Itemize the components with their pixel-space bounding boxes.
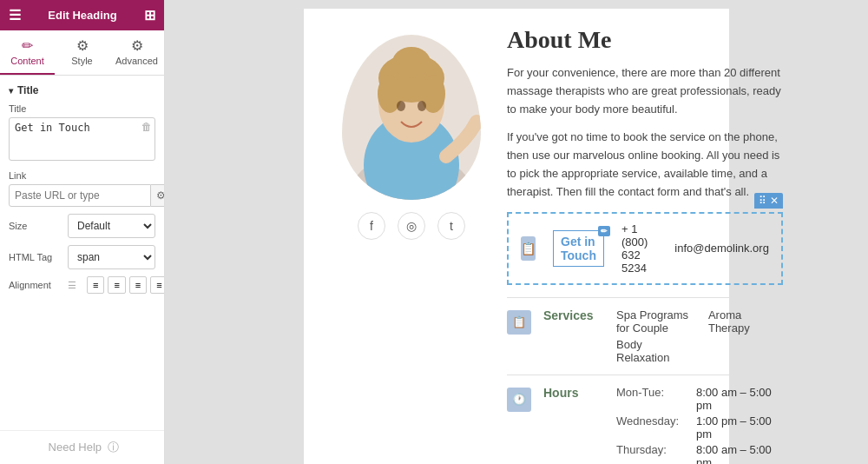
facebook-btn[interactable]: f (358, 212, 385, 240)
main-area: f ◎ t About Me For your convenience, the… (165, 0, 868, 464)
about-para-1: For your convenience, there are more tha… (507, 64, 783, 118)
title-section-arrow: ▾ (9, 86, 13, 96)
grid-icon[interactable]: ⊞ (144, 7, 155, 23)
tab-style-label: Style (71, 56, 92, 66)
service-item-3 (708, 338, 783, 364)
link-field-row: Link ⚙ 🗑 (9, 170, 155, 207)
contact-phone: + 1 (800) 632 5234 (621, 222, 657, 275)
services-grid: Spa Programs for Couple Aroma Therapy Bo… (616, 308, 783, 364)
svg-point-8 (418, 101, 426, 111)
right-column: About Me For your convenience, there are… (507, 26, 783, 464)
hours-time-2: 8:00 am – 5:00 pm (696, 443, 783, 464)
svg-point-6 (392, 47, 431, 78)
sidebar-header: ☰ Edit Heading ⊞ (0, 0, 164, 30)
instagram-btn[interactable]: ◎ (398, 212, 425, 240)
services-section: 📋 Services Spa Programs for Couple Aroma… (507, 297, 783, 375)
hours-day-2: Thursday: (616, 443, 679, 464)
tab-advanced[interactable]: ⚙ Advanced (109, 30, 164, 75)
sidebar-content: ▾ Title Title Get in Touch 🗑 Link ⚙ 🗑 Si… (0, 76, 164, 430)
hours-day-1: Wednesday: (616, 414, 679, 441)
svg-point-7 (397, 101, 405, 111)
services-icon: 📋 (507, 310, 531, 335)
twitter-btn[interactable]: t (437, 212, 465, 240)
title-field-label: Title (9, 103, 155, 114)
widget-move-icon[interactable]: ⠿ (759, 195, 766, 207)
link-settings-btn[interactable]: ⚙ (151, 184, 164, 207)
align-center-btn[interactable]: ≡ (108, 276, 125, 294)
social-icons: f ◎ t (358, 212, 465, 240)
canvas: f ◎ t About Me For your convenience, the… (304, 9, 729, 464)
alignment-icon: ☰ (68, 280, 76, 291)
hours-time-0: 8:00 am – 5:00 pm (696, 386, 783, 412)
alignment-buttons: ≡ ≡ ≡ ≡ (87, 276, 164, 294)
left-column: f ◎ t (325, 26, 498, 464)
contact-widget: 📋 Get in Touch ✏ + 1 (800) 632 5234 info… (507, 212, 783, 285)
need-help-section: Need Help ⓘ (0, 430, 164, 464)
menu-icon[interactable]: ☰ (9, 7, 21, 23)
widget-close-icon[interactable]: ✕ (770, 195, 779, 207)
title-section-label: Title (17, 84, 38, 96)
hours-section: 🕐 Hours Mon-Tue: 8:00 am – 5:00 pm Wedne… (507, 375, 783, 464)
contact-widget-container: ⠿ ✕ 📋 Get in Touch ✏ + 1 (800) 632 5234 … (507, 212, 783, 285)
tab-content[interactable]: ✏ Content (0, 30, 55, 75)
sidebar: ☰ Edit Heading ⊞ ✏ Content ⚙ Style ⚙ Adv… (0, 0, 165, 464)
get-in-touch-label: Get in Touch (561, 235, 596, 262)
service-item-1: Aroma Therapy (708, 308, 783, 335)
hours-grid: Mon-Tue: 8:00 am – 5:00 pm Wednesday: 1:… (616, 386, 783, 464)
hours-label: Hours (543, 386, 604, 400)
alignment-row-container: Alignment ☰ ≡ ≡ ≡ ≡ (9, 276, 155, 294)
size-row: Size Default Small Medium Large (9, 214, 155, 238)
size-label: Size (9, 221, 61, 231)
align-right-btn[interactable]: ≡ (129, 276, 147, 294)
size-select[interactable]: Default Small Medium Large (68, 214, 155, 238)
sidebar-title: Edit Heading (48, 9, 116, 22)
edit-pencil-icon[interactable]: ✏ (598, 226, 610, 236)
tab-content-label: Content (10, 56, 44, 66)
contact-row: 📋 Get in Touch ✏ + 1 (800) 632 5234 info… (509, 214, 781, 283)
link-input-group: ⚙ 🗑 (9, 184, 155, 207)
instagram-icon: ◎ (406, 219, 417, 233)
contact-email: info@demolink.org (674, 242, 769, 255)
hours-icon: 🕐 (507, 388, 531, 412)
link-input[interactable] (9, 184, 151, 207)
twitter-icon: t (450, 219, 453, 233)
title-textarea[interactable]: Get in Touch (9, 117, 155, 161)
tab-style[interactable]: ⚙ Style (55, 30, 109, 75)
content-tab-icon: ✏ (22, 37, 33, 54)
get-in-touch-box[interactable]: Get in Touch ✏ (553, 230, 604, 267)
style-tab-icon: ⚙ (76, 37, 89, 54)
align-justify-btn[interactable]: ≡ (150, 276, 164, 294)
photo-frame (342, 35, 481, 200)
widget-toolbar: ⠿ ✕ (754, 193, 783, 209)
link-field-label: Link (9, 170, 155, 181)
services-label: Services (543, 308, 604, 322)
title-field-row: Title Get in Touch 🗑 (9, 103, 155, 163)
html-tag-select[interactable]: span h1 h2 h3 p div (68, 245, 155, 269)
facebook-icon: f (370, 219, 373, 233)
services-label-col: Services (543, 308, 604, 322)
service-item-2: Body Relaxation (616, 338, 691, 364)
hours-content: Mon-Tue: 8:00 am – 5:00 pm Wednesday: 1:… (616, 386, 783, 464)
alignment-label: Alignment (9, 280, 61, 290)
service-item-0: Spa Programs for Couple (616, 308, 691, 335)
align-left-btn[interactable]: ≡ (87, 276, 104, 294)
about-para-2: If you've got no time to book the servic… (507, 129, 783, 201)
title-section-header[interactable]: ▾ Title (9, 84, 155, 96)
hours-day-0: Mon-Tue: (616, 386, 679, 412)
hours-label-col: Hours (543, 386, 604, 400)
html-tag-label: HTML Tag (9, 252, 61, 262)
advanced-tab-icon: ⚙ (131, 37, 143, 54)
contact-widget-icon: 📋 (521, 236, 536, 261)
help-icon[interactable]: ⓘ (108, 441, 119, 454)
services-content: Spa Programs for Couple Aroma Therapy Bo… (616, 308, 783, 364)
person-photo (342, 35, 481, 200)
canvas-inner: f ◎ t About Me For your convenience, the… (325, 26, 708, 464)
need-help-label: Need Help (49, 441, 102, 454)
title-textarea-wrapper: Get in Touch 🗑 (9, 117, 155, 163)
trash-icon[interactable]: 🗑 (141, 121, 152, 133)
about-title: About Me (507, 26, 783, 54)
html-tag-row: HTML Tag span h1 h2 h3 p div (9, 245, 155, 269)
tab-advanced-label: Advanced (115, 56, 158, 66)
hours-time-1: 1:00 pm – 5:00 pm (696, 414, 783, 441)
sidebar-tabs: ✏ Content ⚙ Style ⚙ Advanced (0, 30, 164, 76)
